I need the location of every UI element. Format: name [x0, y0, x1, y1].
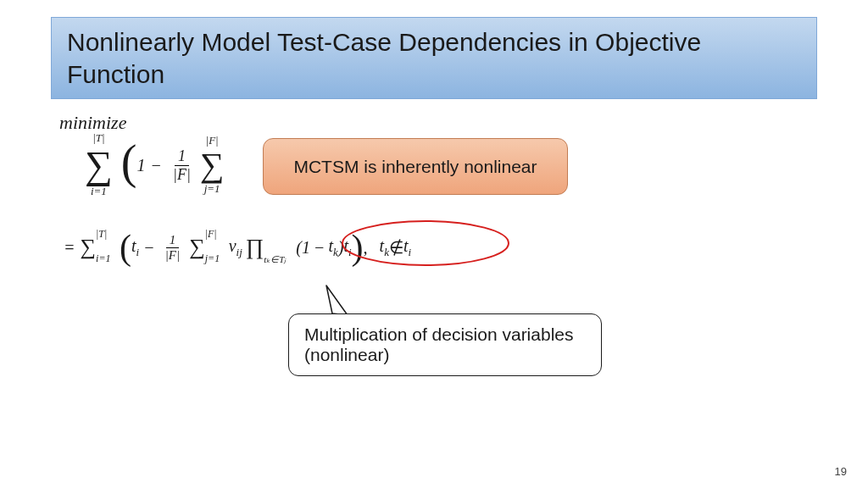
title-box: Nonlinearly Model Test-Case Dependencies… [51, 17, 817, 99]
cond-ti: ti [403, 236, 411, 259]
callout-white-text: Multiplication of decision variables (no… [304, 324, 574, 364]
sum2-lower: i=1 [96, 252, 110, 265]
inner-sum: ∑ |F| j=1 [200, 148, 225, 182]
prod-sub: tₖ∈Tⱼ [264, 254, 286, 265]
lparen2: ( [120, 227, 131, 268]
sum2-upper: |T| [96, 228, 107, 241]
comma: , [364, 238, 368, 258]
isum-lower: j=1 [204, 183, 220, 194]
page-number: 19 [835, 465, 847, 478]
tk: tk [328, 236, 337, 259]
minimize-label: minimize [59, 112, 817, 134]
minus2: − [143, 238, 155, 258]
fraction: 1 |F| [170, 147, 194, 184]
isum2-upper: |F| [205, 228, 217, 241]
callout-tail [324, 283, 358, 317]
equation-2: = ∑ |T| i=1 ( ti − 1 |F| ∑ |F| [64, 227, 411, 268]
isum2-lower: j=1 [205, 252, 220, 265]
prod: ∏ tₖ∈Tⱼ [246, 235, 264, 260]
lparen: ( [121, 135, 137, 189]
cond-tk: tk [380, 236, 389, 259]
isum-upper: |F| [206, 135, 219, 146]
minus: − [150, 156, 162, 175]
frac2-den: |F| [162, 248, 183, 263]
slide: Nonlinearly Model Test-Case Dependencies… [0, 0, 868, 488]
ti: ti [131, 236, 139, 259]
notin: ∉ [389, 237, 403, 258]
ti2: ti [343, 236, 351, 259]
paren-close: ) [338, 238, 344, 258]
equation-2-row: = ∑ |T| i=1 ( ti − 1 |F| ∑ |F| [59, 227, 817, 278]
equation-1: ∑ |T| i=1 ( 1 − 1 |F| ∑ |F| j=1 [85, 138, 224, 192]
frac-num: 1 [175, 147, 189, 166]
sum-symbol: ∑ |T| i=1 [85, 146, 113, 185]
rparen2: ) [352, 227, 364, 268]
fraction2: 1 |F| [162, 233, 183, 263]
equals: = [64, 238, 75, 258]
equation-1-row: ∑ |T| i=1 ( 1 − 1 |F| ∑ |F| j=1 MCTSM is [59, 138, 817, 202]
content-area: minimize ∑ |T| i=1 ( 1 − 1 |F| ∑ |F| j=1 [51, 112, 817, 278]
one: 1 [136, 156, 145, 175]
paren-open: ( [296, 238, 302, 258]
callout-orange-text: MCTSM is inherently nonlinear [293, 157, 537, 177]
sum-lower: i=1 [91, 186, 107, 197]
sum2: ∑ |T| i=1 [81, 235, 97, 260]
frac-den: |F| [170, 166, 194, 184]
vij: vij [229, 236, 242, 259]
frac2-num: 1 [166, 233, 180, 248]
sum-upper: |T| [92, 132, 104, 143]
one2: 1 [302, 238, 310, 258]
minus3: − [314, 238, 326, 258]
slide-title: Nonlinearly Model Test-Case Dependencies… [67, 26, 801, 90]
callout-multiplication: Multiplication of decision variables (no… [288, 313, 602, 376]
isum2: ∑ |F| j=1 [189, 235, 205, 260]
callout-nonlinear: MCTSM is inherently nonlinear [263, 138, 568, 195]
